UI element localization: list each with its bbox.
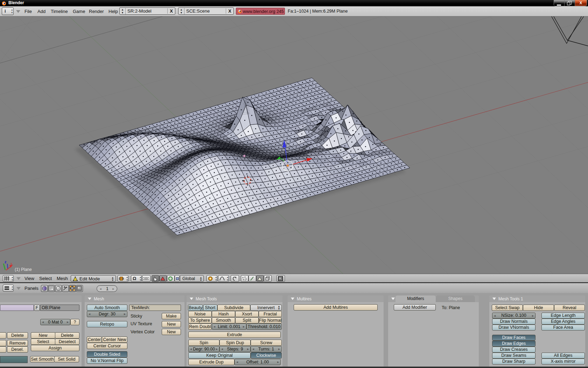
svg-text:x: x xyxy=(10,262,12,265)
svg-text:z: z xyxy=(5,260,7,264)
svg-text:(1) Plane: (1) Plane xyxy=(15,267,32,272)
